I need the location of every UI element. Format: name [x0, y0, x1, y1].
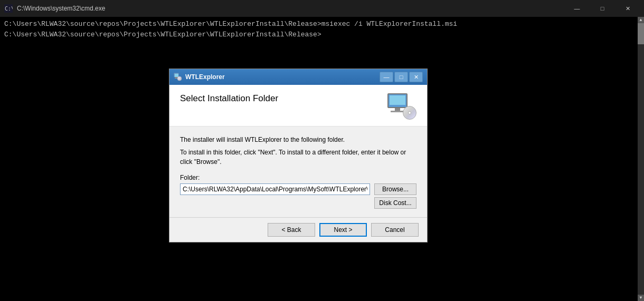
install-icon	[387, 93, 416, 120]
cmd-minimize-button[interactable]: —	[565, 0, 589, 17]
folder-label: Folder:	[180, 174, 416, 181]
svg-rect-5	[175, 77, 177, 78]
dialog-body: Select Installation Folder Th	[169, 85, 427, 217]
cmd-line-1: C:\Users\RLWA32\source\repos\Projects\WT…	[4, 19, 640, 30]
cd-disc-icon	[403, 106, 416, 120]
cmd-window-controls: — □ ✕	[565, 0, 640, 17]
installer-dialog: WTLExplorer — □ ✕ Select Installation Fo…	[169, 69, 428, 242]
svg-rect-4	[175, 74, 178, 77]
svg-point-8	[179, 78, 180, 79]
next-button[interactable]: Next >	[319, 223, 367, 237]
dialog-footer: < Back Next > Cancel	[169, 217, 427, 242]
cancel-button[interactable]: Cancel	[371, 223, 419, 237]
cd-hole	[408, 111, 411, 114]
cmd-scrollbar[interactable]: ▲ ▼	[638, 17, 644, 301]
folder-section: Folder: Browse... Disk Cost...	[180, 174, 416, 209]
dialog-close-button[interactable]: ✕	[409, 72, 423, 82]
browse-button[interactable]: Browse...	[374, 183, 416, 195]
dialog-header: Select Installation Folder	[169, 85, 427, 127]
scroll-thumb[interactable]	[638, 23, 644, 44]
cmd-close-button[interactable]: ✕	[615, 0, 640, 17]
dialog-minimize-button[interactable]: —	[380, 72, 393, 82]
cmd-line-2: C:\Users\RLWA32\source\repos\Projects\WT…	[4, 30, 640, 40]
folder-input[interactable]	[180, 183, 370, 195]
scroll-up-arrow[interactable]: ▲	[638, 17, 644, 23]
dialog-window-controls: — □ ✕	[380, 72, 423, 82]
description-line-2: To install in this folder, click "Next".…	[180, 148, 416, 167]
folder-buttons: Browse... Disk Cost...	[374, 183, 416, 209]
dialog-titlebar: WTLExplorer — □ ✕	[169, 69, 427, 85]
cmd-maximize-button[interactable]: □	[590, 0, 614, 17]
dialog-content: The installer will install WTLExplorer t…	[169, 127, 427, 217]
scroll-track[interactable]	[638, 23, 644, 295]
description-line-1: The installer will install WTLExplorer t…	[180, 135, 416, 144]
back-button[interactable]: < Back	[268, 223, 315, 237]
cmd-title: C:\Windows\system32\cmd.exe	[17, 5, 561, 12]
svg-text:C:\: C:\	[5, 6, 13, 12]
desktop: C:\ C:\Windows\system32\cmd.exe — □ ✕ C:…	[0, 0, 644, 301]
monitor-screen	[390, 95, 405, 105]
cmd-titlebar: C:\ C:\Windows\system32\cmd.exe — □ ✕	[0, 0, 644, 17]
folder-row: Browse... Disk Cost...	[180, 183, 416, 209]
dialog-app-icon	[174, 73, 182, 81]
scroll-down-arrow[interactable]: ▼	[638, 295, 644, 301]
monitor-icon	[387, 93, 408, 108]
dialog-header-title: Select Installation Folder	[180, 93, 278, 104]
disk-cost-button[interactable]: Disk Cost...	[374, 197, 416, 209]
cmd-app-icon: C:\	[4, 4, 13, 13]
dialog-title: WTLExplorer	[185, 73, 376, 81]
dialog-maximize-button[interactable]: □	[394, 72, 408, 82]
